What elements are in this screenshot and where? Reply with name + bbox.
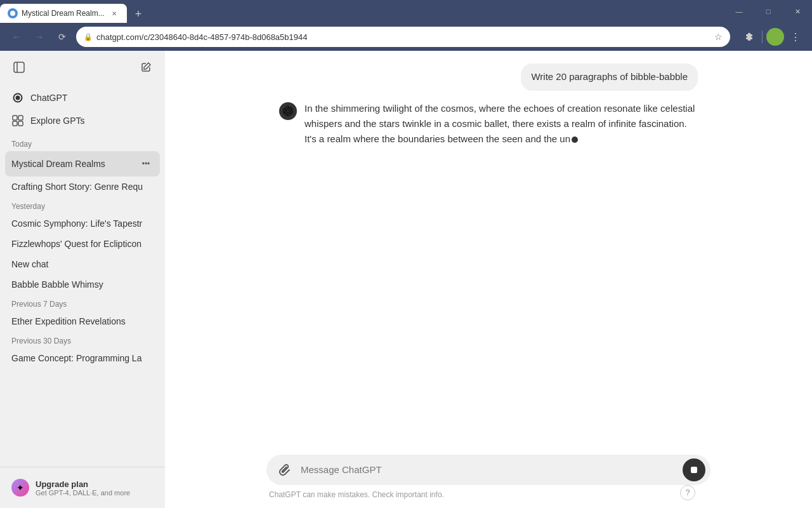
toolbar-divider <box>762 30 763 43</box>
history-item-fizzle[interactable]: Fizzlewhops' Quest for Eclipticon <box>5 234 160 254</box>
minimize-button[interactable]: — <box>724 0 754 23</box>
help-button[interactable]: ? <box>680 485 695 500</box>
tab-favicon <box>8 8 18 18</box>
svg-rect-6 <box>18 121 23 126</box>
more-options-button[interactable]: ••• <box>138 156 154 171</box>
new-chat-button[interactable] <box>136 57 156 77</box>
forward-button[interactable]: → <box>30 28 48 46</box>
svg-rect-7 <box>691 467 697 473</box>
back-button[interactable]: ← <box>8 28 25 46</box>
prev7-label: Previous 7 Days <box>5 295 160 311</box>
history-item-newchat[interactable]: New chat <box>5 254 160 274</box>
chatgpt-label: ChatGPT <box>30 93 67 103</box>
sidebar-bottom: ✦ Upgrade plan Get GPT-4, DALL·E, and mo… <box>0 467 165 508</box>
sidebar: ChatGPT Explore GPTs Today Mystical Drea… <box>0 51 165 508</box>
history-item-text: New chat <box>11 259 154 269</box>
profile-button[interactable] <box>766 28 784 46</box>
disclaimer-text: ChatGPT can make mistakes. Check importa… <box>269 486 444 502</box>
refresh-button[interactable]: ⟳ <box>53 28 71 46</box>
explore-label: Explore GPTs <box>30 116 85 126</box>
upgrade-subtitle: Get GPT-4, DALL·E, and more <box>36 489 130 497</box>
bookmark-icon[interactable]: ☆ <box>714 32 723 42</box>
history-item-text: Crafting Short Story: Genre Requ <box>11 182 154 192</box>
upgrade-button[interactable]: ✦ Upgrade plan Get GPT-4, DALL·E, and mo… <box>5 474 160 502</box>
history-item-text: Fizzlewhops' Quest for Eclipticon <box>11 239 154 249</box>
svg-point-0 <box>10 11 15 16</box>
browser-menu-button[interactable]: ⋮ <box>787 28 804 46</box>
history-item-game[interactable]: Game Concept: Programming La <box>5 348 160 368</box>
svg-rect-1 <box>14 62 24 72</box>
prev30-label: Previous 30 Days <box>5 331 160 348</box>
upgrade-text: Upgrade plan Get GPT-4, DALL·E, and more <box>36 479 130 497</box>
upgrade-icon: ✦ <box>11 479 29 497</box>
history-item-text: Cosmic Symphony: Life's Tapestr <box>11 218 154 229</box>
tab-close-button[interactable]: ✕ <box>109 8 119 18</box>
address-bar: ← → ⟳ 🔒 chatgpt.com/c/23048640-8d4c-4857… <box>0 23 812 51</box>
typing-indicator <box>572 137 578 143</box>
assistant-text: In the shimmering twilight of the cosmos… <box>304 103 695 144</box>
upgrade-title: Upgrade plan <box>36 479 130 489</box>
history-item-ether[interactable]: Ether Expedition Revelations <box>5 311 160 331</box>
history-item-actions: ••• <box>138 156 154 171</box>
history-item-text: Game Concept: Programming La <box>11 353 154 363</box>
main-content: Write 20 paragraphs of bibble-babble In … <box>165 51 812 508</box>
user-message: Write 20 paragraphs of bibble-babble <box>521 64 698 91</box>
explore-icon <box>11 114 24 127</box>
history-item-text: Ether Expedition Revelations <box>11 316 154 326</box>
sidebar-item-chatgpt[interactable]: ChatGPT <box>5 86 160 109</box>
url-text: chatgpt.com/c/23048640-8d4c-4857-974b-8d… <box>96 32 710 42</box>
yesterday-label: Yesterday <box>5 197 160 213</box>
chat-input-area: ChatGPT can make mistakes. Check importa… <box>165 447 812 508</box>
history-item-mystical[interactable]: Mystical Dream Realms ••• <box>5 151 160 177</box>
today-label: Today <box>5 135 160 151</box>
svg-rect-5 <box>13 121 17 126</box>
tab-title: Mystical Dream Realm... <box>22 9 105 18</box>
assistant-content: In the shimmering twilight of the cosmos… <box>304 101 698 147</box>
browser-chrome: Mystical Dream Realm... ✕ + — □ ✕ ← → ⟳ … <box>0 0 812 51</box>
app: ChatGPT Explore GPTs Today Mystical Drea… <box>0 51 812 508</box>
assistant-message: In the shimmering twilight of the cosmos… <box>279 101 698 147</box>
chat-input-wrapper <box>266 455 710 485</box>
url-bar[interactable]: 🔒 chatgpt.com/c/23048640-8d4c-4857-974b-… <box>76 27 730 47</box>
send-button[interactable] <box>683 458 705 481</box>
history-item-text: Mystical Dream Realms <box>11 159 138 169</box>
attach-button[interactable] <box>275 460 296 480</box>
chat-messages: Write 20 paragraphs of bibble-babble In … <box>165 51 812 447</box>
svg-rect-4 <box>18 116 23 120</box>
maximize-button[interactable]: □ <box>754 0 783 23</box>
history-item-cosmic[interactable]: Cosmic Symphony: Life's Tapestr <box>5 213 160 234</box>
sidebar-item-explore[interactable]: Explore GPTs <box>5 109 160 132</box>
messages-inner: Write 20 paragraphs of bibble-babble In … <box>266 64 710 147</box>
chatgpt-icon <box>11 91 24 104</box>
disclaimer-content: ChatGPT can make mistakes. Check importa… <box>269 490 444 499</box>
toggle-sidebar-button[interactable] <box>9 57 29 77</box>
active-tab[interactable]: Mystical Dream Realm... ✕ <box>0 4 127 23</box>
svg-rect-3 <box>13 116 17 120</box>
history-item-crafting[interactable]: Crafting Short Story: Genre Requ <box>5 177 160 197</box>
extensions-button[interactable] <box>740 28 758 46</box>
history-item-text: Babble Babble Whimsy <box>11 279 154 290</box>
sidebar-nav: ChatGPT Explore GPTs <box>0 84 165 135</box>
lock-icon: 🔒 <box>84 33 93 41</box>
assistant-avatar <box>279 102 297 120</box>
user-message-wrapper: Write 20 paragraphs of bibble-babble <box>279 64 698 91</box>
history-item-babble[interactable]: Babble Babble Whimsy <box>5 274 160 295</box>
new-tab-button[interactable]: + <box>129 5 147 23</box>
browser-actions: ⋮ <box>740 28 804 46</box>
sidebar-top <box>0 51 165 84</box>
close-button[interactable]: ✕ <box>783 0 812 23</box>
message-input[interactable] <box>301 461 678 479</box>
window-controls: — □ ✕ <box>724 0 812 23</box>
sidebar-history: Today Mystical Dream Realms ••• Crafting… <box>0 135 165 467</box>
tab-bar: Mystical Dream Realm... ✕ + — □ ✕ <box>0 0 812 23</box>
